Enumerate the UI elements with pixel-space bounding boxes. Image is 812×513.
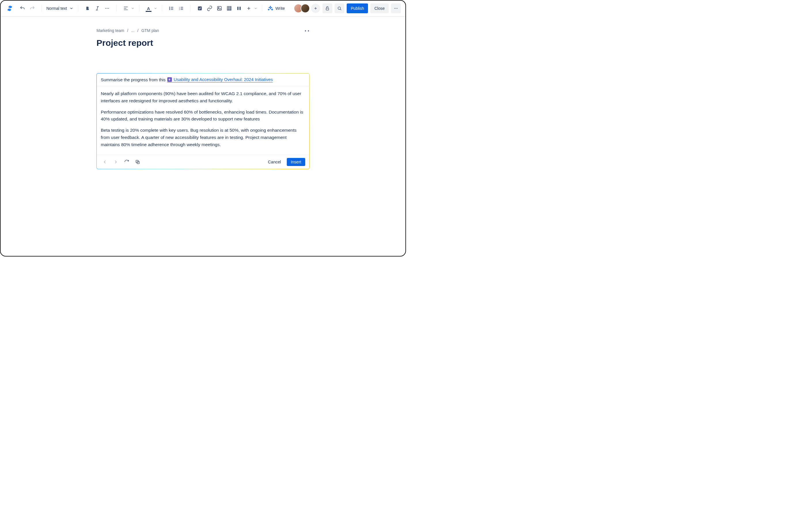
ai-paragraph: Performance optimizations have resolved … [101, 109, 305, 123]
ai-write-label: Write [276, 6, 285, 11]
breadcrumb-item[interactable]: GTM plan [141, 28, 159, 33]
svg-point-40 [397, 8, 397, 9]
ai-panel: Summarise the progress from this Usabili… [96, 73, 310, 169]
next-suggestion-button [112, 158, 120, 166]
prev-suggestion-button [101, 158, 109, 166]
ai-response-body: Nearly all platform components (90%) hav… [97, 86, 309, 155]
search-icon [337, 6, 342, 11]
width-toggle-button[interactable] [304, 28, 310, 33]
svg-rect-35 [326, 8, 329, 10]
more-formatting-icon[interactable] [103, 4, 112, 13]
ai-sparkle-icon [267, 5, 273, 11]
svg-point-38 [394, 8, 395, 9]
presence-avatars [294, 4, 320, 13]
editor-toolbar: Normal text A 123 [1, 1, 405, 17]
bullet-list-icon[interactable] [167, 4, 176, 13]
action-item-icon[interactable] [195, 4, 204, 13]
find-button[interactable] [335, 3, 344, 13]
align-icon[interactable] [121, 4, 130, 13]
svg-line-37 [340, 9, 341, 10]
layouts-icon[interactable] [234, 4, 243, 13]
arrows-horizontal-icon [304, 28, 310, 33]
chevron-down-icon[interactable] [154, 7, 157, 10]
ai-insert-button[interactable]: Insert [287, 158, 305, 166]
copy-button[interactable] [134, 158, 142, 166]
confluence-logo-icon[interactable] [5, 4, 14, 13]
svg-point-11 [169, 8, 170, 9]
page-mention[interactable]: Usability and Accessibility Overhaul: 20… [167, 77, 273, 82]
more-actions-button[interactable] [391, 3, 401, 13]
ai-cancel-button[interactable]: Cancel [265, 158, 284, 166]
insert-icon[interactable] [244, 4, 253, 13]
svg-rect-24 [227, 6, 231, 10]
text-style-label: Normal text [46, 6, 67, 11]
bold-icon[interactable] [83, 4, 92, 13]
ai-prompt-text: Summarise the progress from this [101, 77, 166, 82]
breadcrumb: Marketing team / ... / GTM plan [96, 28, 310, 33]
page-mention-label: Usability and Accessibility Overhaul: 20… [174, 77, 273, 82]
ai-write-button[interactable]: Write [265, 4, 288, 13]
publish-button[interactable]: Publish [347, 3, 368, 13]
svg-point-4 [107, 8, 108, 9]
chevron-down-icon [69, 6, 74, 10]
svg-point-39 [396, 8, 396, 9]
breadcrumb-item[interactable]: ... [131, 28, 135, 33]
breadcrumb-sep: / [137, 28, 139, 33]
ai-paragraph: Beta testing is 20% complete with key us… [101, 127, 305, 148]
regenerate-button[interactable] [123, 158, 131, 166]
svg-rect-21 [198, 6, 202, 10]
ai-paragraph: Nearly all platform components (90%) hav… [101, 90, 305, 105]
svg-point-9 [169, 7, 170, 7]
svg-point-3 [105, 8, 106, 9]
svg-point-13 [169, 9, 170, 10]
table-icon[interactable] [225, 4, 234, 13]
breadcrumb-item[interactable]: Marketing team [96, 28, 124, 33]
image-icon[interactable] [215, 4, 224, 13]
page-mention-icon [167, 77, 172, 82]
chevron-down-icon[interactable] [254, 7, 257, 10]
chevron-down-icon[interactable] [131, 7, 135, 10]
text-color-icon[interactable]: A [144, 4, 153, 13]
svg-text:3: 3 [179, 9, 180, 10]
svg-rect-22 [218, 6, 221, 10]
page-title[interactable]: Project report [96, 38, 310, 48]
italic-icon[interactable] [93, 4, 102, 13]
text-style-select[interactable]: Normal text [44, 4, 76, 13]
ai-footer: Cancel Insert [97, 155, 309, 169]
undo-icon[interactable] [18, 4, 27, 13]
svg-line-2 [97, 7, 97, 10]
breadcrumb-sep: / [127, 28, 128, 33]
svg-rect-29 [237, 7, 238, 10]
add-collaborator-button[interactable] [311, 4, 320, 13]
ai-prompt-row[interactable]: Summarise the progress from this Usabili… [97, 74, 309, 86]
svg-point-5 [108, 8, 109, 9]
avatar[interactable] [300, 4, 310, 13]
restrictions-button[interactable] [322, 3, 332, 13]
lock-open-icon [325, 6, 330, 11]
close-button[interactable]: Close [370, 3, 389, 13]
redo-icon[interactable] [28, 4, 37, 13]
svg-point-36 [338, 7, 341, 9]
link-icon[interactable] [205, 4, 214, 13]
more-horizontal-icon [393, 6, 399, 11]
numbered-list-icon[interactable]: 123 [176, 4, 186, 13]
svg-rect-30 [239, 7, 240, 10]
svg-point-23 [218, 7, 219, 8]
